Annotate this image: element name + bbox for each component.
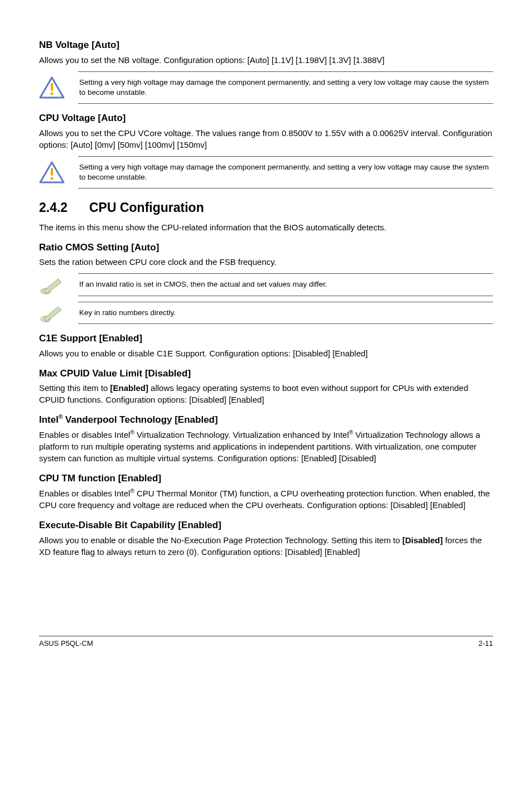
callout-text: Setting a very high voltage may damage t… — [78, 71, 493, 104]
section-number: 2.4.2 — [39, 199, 89, 216]
para-vanderpool: Enables or disables Intel® Virtualizatio… — [39, 429, 493, 464]
registered-mark: ® — [130, 488, 134, 494]
callout-text: If an invalid ratio is set in CMOS, then… — [78, 273, 493, 296]
bold-enabled: [Enabled] — [110, 383, 148, 393]
para-max-cpuid: Setting this item to [Enabled] allows le… — [39, 382, 493, 405]
callout-warning-2: Setting a very high voltage may damage t… — [39, 156, 493, 189]
text-fragment: Vanderpool Technology [Enabled] — [62, 414, 217, 425]
callout-warning-1: Setting a very high voltage may damage t… — [39, 71, 493, 104]
para-c1e: Allows you to enable or disable C1E Supp… — [39, 347, 493, 359]
warning-icon — [39, 76, 78, 99]
bold-disabled: [Disabled] — [403, 535, 443, 545]
page-footer: ASUS P5QL-CM 2-11 — [39, 636, 493, 649]
callout-note-2: Key in ratio numbers directly. — [39, 302, 493, 324]
svg-point-3 — [51, 177, 54, 180]
heading-ratio-cmos: Ratio CMOS Setting [Auto] — [39, 241, 493, 254]
text-fragment: Virtualization Technology. Virtualizatio… — [134, 430, 349, 439]
para-section: The items in this menu show the CPU-rela… — [39, 221, 493, 233]
note-icon — [39, 274, 78, 296]
footer-right: 2-11 — [478, 639, 493, 649]
heading-vanderpool: Intel® Vanderpool Technology [Enabled] — [39, 413, 493, 427]
heading-nb-voltage: NB Voltage [Auto] — [39, 38, 493, 52]
heading-cpu-voltage: CPU Voltage [Auto] — [39, 112, 493, 125]
footer-left: ASUS P5QL-CM — [39, 639, 93, 649]
para-cpu-tm: Enables or disables Intel® CPU Thermal M… — [39, 487, 493, 511]
warning-icon — [39, 161, 78, 183]
text-fragment: Allows you to enable or disable the No-E… — [39, 535, 403, 545]
callout-text: Setting a very high voltage may damage t… — [78, 156, 493, 189]
section-title: 2.4.2CPU Configuration — [39, 199, 493, 216]
heading-max-cpuid: Max CPUID Value Limit [Disabled] — [39, 367, 493, 380]
heading-exec-disable: Execute-Disable Bit Capability [Enabled] — [39, 519, 493, 532]
svg-point-1 — [51, 93, 54, 95]
registered-mark: ® — [130, 429, 134, 436]
svg-rect-2 — [51, 168, 53, 176]
heading-c1e: C1E Support [Enabled] — [39, 332, 493, 345]
para-exec-disable: Allows you to enable or disable the No-E… — [39, 534, 493, 558]
para-nb-voltage: Allows you to set the NB voltage. Config… — [39, 54, 493, 66]
callout-text: Key in ratio numbers directly. — [78, 302, 493, 324]
text-fragment: Enables or disables Intel — [39, 430, 130, 439]
note-icon — [39, 302, 78, 323]
para-cpu-voltage: Allows you to set the CPU VCore voltage.… — [39, 127, 493, 151]
text-fragment: Intel — [39, 414, 59, 425]
section-name: CPU Configuration — [89, 200, 204, 215]
callout-note-1: If an invalid ratio is set in CMOS, then… — [39, 273, 493, 296]
text-fragment: Setting this item to — [39, 383, 110, 393]
heading-cpu-tm: CPU TM function [Enabled] — [39, 472, 493, 485]
para-ratio-cmos: Sets the ration between CPU core clock a… — [39, 256, 493, 268]
svg-rect-0 — [51, 83, 53, 91]
text-fragment: Enables or disables Intel — [39, 489, 130, 498]
